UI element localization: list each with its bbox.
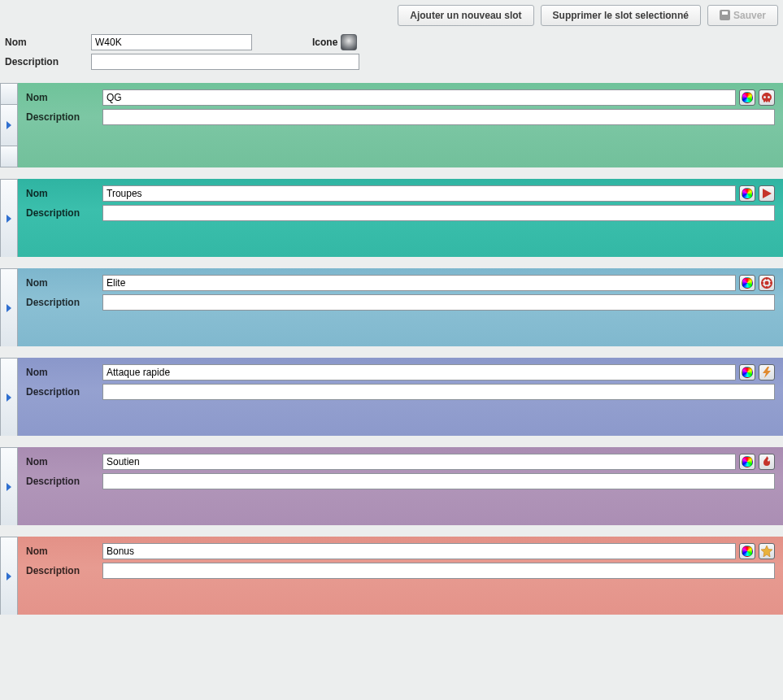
slot-icon-button[interactable] (759, 364, 775, 380)
expand-column (0, 179, 18, 257)
expand-handle[interactable] (0, 447, 18, 525)
slot-desc-label: Description (26, 297, 99, 308)
flame-icon (761, 456, 772, 467)
color-wheel-icon (742, 367, 753, 378)
slot-row: NomDescription (0, 83, 783, 167)
color-wheel-icon (742, 456, 753, 467)
chevron-right-icon (7, 572, 11, 580)
header-form: Nom Icone Description (0, 29, 783, 83)
icone-picker-button[interactable] (341, 34, 357, 50)
expand-handle-top[interactable] (0, 83, 18, 104)
save-button[interactable]: Sauver (707, 5, 778, 26)
slot-name-label: Nom (26, 92, 99, 103)
header-name-input[interactable] (91, 34, 252, 50)
expand-column (0, 358, 18, 436)
save-icon (720, 10, 730, 20)
expand-column (0, 537, 18, 615)
toolbar: Ajouter un nouveau slot Supprimer le slo… (0, 0, 783, 29)
header-desc-label: Description (5, 56, 91, 67)
slot-row: NomDescription (0, 358, 783, 436)
expand-handle[interactable] (0, 179, 18, 257)
chevron-right-icon (7, 121, 11, 129)
slot-desc-input[interactable] (102, 205, 775, 221)
header-name-label: Nom (5, 37, 91, 48)
chevron-right-icon (7, 304, 11, 312)
slot-desc-input[interactable] (102, 473, 775, 489)
expand-column (0, 83, 18, 167)
slot-icon-button[interactable] (759, 543, 775, 559)
expand-column (0, 447, 18, 525)
slot-row: NomDescription (0, 537, 783, 615)
chevron-right-icon (7, 483, 11, 491)
chevron-right-icon (7, 393, 11, 402)
star-icon (761, 546, 772, 557)
slot-desc-label: Description (26, 386, 99, 398)
slot-name-label: Nom (26, 456, 99, 467)
bolt-icon (761, 367, 772, 378)
slot-name-input[interactable] (102, 89, 736, 106)
slot-desc-label: Description (26, 111, 99, 123)
slot-body[interactable]: NomDescription (18, 537, 783, 615)
color-wheel-icon (742, 277, 753, 289)
slot-name-label: Nom (26, 277, 99, 289)
slot-name-input[interactable] (102, 454, 736, 470)
chevron-right-icon (7, 215, 11, 223)
color-picker-button[interactable] (739, 364, 755, 380)
color-picker-button[interactable] (739, 543, 755, 559)
expand-handle-bottom[interactable] (0, 146, 18, 167)
slot-icon-button[interactable] (759, 185, 775, 202)
slot-desc-input[interactable] (102, 563, 775, 579)
slot-name-input[interactable] (102, 364, 736, 380)
slot-name-label: Nom (26, 188, 99, 199)
play-icon (761, 188, 772, 199)
slot-name-label: Nom (26, 546, 99, 557)
color-picker-button[interactable] (739, 275, 755, 291)
color-picker-button[interactable] (739, 454, 755, 470)
slot-name-label: Nom (26, 367, 99, 378)
slot-desc-input[interactable] (102, 384, 775, 400)
slot-name-input[interactable] (102, 185, 736, 202)
slots-list: NomDescriptionNomDescriptionNomDescripti… (0, 83, 783, 615)
expand-handle[interactable] (0, 268, 18, 346)
target-icon (761, 277, 772, 289)
save-button-label: Sauver (733, 10, 766, 21)
expand-column (0, 268, 18, 346)
slot-row: NomDescription (0, 447, 783, 525)
color-wheel-icon (742, 546, 753, 557)
color-picker-button[interactable] (739, 89, 755, 106)
slot-desc-input[interactable] (102, 109, 775, 125)
slot-desc-label: Description (26, 476, 99, 487)
expand-handle[interactable] (0, 537, 18, 615)
slot-body[interactable]: NomDescription (18, 268, 783, 346)
slot-body[interactable]: NomDescription (18, 358, 783, 436)
slot-name-input[interactable] (102, 275, 736, 291)
delete-slot-button[interactable]: Supprimer le slot selectionné (541, 5, 701, 26)
header-icone-label: Icone (312, 37, 337, 48)
expand-handle[interactable] (0, 104, 18, 146)
slot-row: NomDescription (0, 179, 783, 257)
slot-icon-button[interactable] (759, 454, 775, 470)
slot-body[interactable]: NomDescription (18, 83, 783, 167)
slot-icon-button[interactable] (759, 275, 775, 291)
slot-body[interactable]: NomDescription (18, 179, 783, 257)
slot-name-input[interactable] (102, 543, 736, 559)
slot-icon-button[interactable] (759, 89, 775, 106)
slot-row: NomDescription (0, 268, 783, 346)
header-desc-input[interactable] (91, 54, 359, 70)
color-wheel-icon (742, 188, 753, 199)
slot-desc-label: Description (26, 207, 99, 219)
expand-handle[interactable] (0, 358, 18, 436)
slot-desc-input[interactable] (102, 294, 775, 311)
slot-body[interactable]: NomDescription (18, 447, 783, 525)
slot-desc-label: Description (26, 565, 99, 576)
add-slot-button[interactable]: Ajouter un nouveau slot (398, 5, 533, 26)
color-picker-button[interactable] (739, 185, 755, 202)
skull-icon (761, 92, 772, 103)
color-wheel-icon (742, 92, 753, 103)
